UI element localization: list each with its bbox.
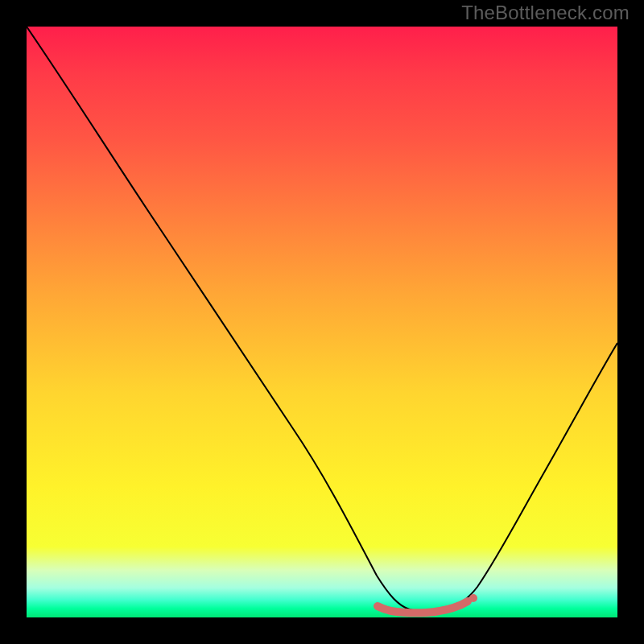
curve-layer (27, 27, 617, 617)
bottleneck-curve (27, 27, 617, 612)
watermark-text: TheBottleneck.com (461, 2, 630, 24)
chart-frame: TheBottleneck.com (0, 0, 644, 644)
plot-area (27, 27, 617, 617)
optimal-range-dot (469, 594, 477, 602)
optimal-range-band (378, 601, 468, 613)
